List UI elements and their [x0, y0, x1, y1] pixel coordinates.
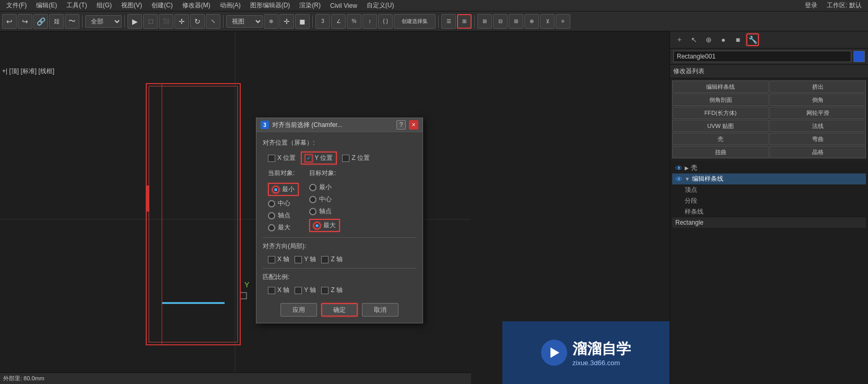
- menu-animation[interactable]: 动画(A): [216, 0, 245, 11]
- snap3d-btn[interactable]: 3: [315, 14, 330, 29]
- scale-x-checkbox[interactable]: X 轴: [268, 286, 289, 295]
- undo-btn[interactable]: ↩: [2, 14, 17, 29]
- menu-login[interactable]: 登录: [801, 0, 822, 11]
- select-btn[interactable]: ▶: [127, 14, 142, 29]
- stack-edit-spline[interactable]: 👁 ▼ 编辑样条线: [672, 173, 866, 184]
- rp-utilities-icon[interactable]: 🔧: [746, 33, 759, 46]
- cancel-btn[interactable]: 取消: [362, 303, 398, 317]
- menu-tools[interactable]: 工具(T): [62, 0, 91, 11]
- ref-coord-btn[interactable]: ⊕: [264, 14, 278, 29]
- create-sel-btn[interactable]: 创建选择集: [394, 14, 436, 29]
- dialog-close-btn[interactable]: ×: [409, 120, 418, 130]
- link-btn[interactable]: 🔗: [33, 14, 48, 29]
- y-pos-checkbox[interactable]: Y 位置: [301, 152, 337, 165]
- menu-group[interactable]: 组(G): [92, 0, 116, 11]
- mod-bevel[interactable]: 倒角: [769, 94, 866, 106]
- z-pos-checkbox[interactable]: Z 位置: [342, 154, 370, 162]
- spinner-snap-btn[interactable]: ↕: [362, 14, 377, 29]
- target-max-radio[interactable]: 最大: [309, 219, 340, 232]
- dialog-help-btn[interactable]: ?: [396, 120, 406, 130]
- current-max-radio[interactable]: 最大: [268, 223, 299, 232]
- align-dialog[interactable]: 3 对齐当前选择 (Chamfer... ? × 对齐位置（屏幕）:: [256, 118, 423, 323]
- menu-edit[interactable]: 编辑(E): [32, 0, 61, 11]
- ok-btn[interactable]: 确定: [321, 303, 358, 317]
- menu-file[interactable]: 文件(F): [2, 0, 31, 11]
- stack-vertex[interactable]: 顶点: [672, 184, 866, 195]
- snap-toggle[interactable]: ◼: [295, 14, 310, 29]
- percentsnap-btn[interactable]: %: [347, 14, 361, 29]
- obj-name-row: [670, 49, 868, 65]
- grid6-btn[interactable]: ≡: [556, 14, 570, 29]
- scale-btn[interactable]: ⤡: [206, 14, 220, 29]
- grid3-btn[interactable]: ⊞: [509, 14, 523, 29]
- grid4-btn[interactable]: ⊕: [524, 14, 539, 29]
- grid-btn[interactable]: ⊞: [477, 14, 492, 29]
- target-max-label: 最大: [323, 221, 336, 230]
- mod-normals[interactable]: 法线: [769, 120, 866, 132]
- dir-z-checkbox[interactable]: Z 轴: [321, 255, 343, 264]
- target-pivot-radio[interactable]: 轴点: [309, 207, 340, 216]
- rp-display-icon[interactable]: ■: [732, 33, 744, 46]
- bind-btn[interactable]: 〜: [65, 14, 79, 29]
- mod-bend[interactable]: 弯曲: [769, 133, 866, 145]
- rotate-btn[interactable]: ↻: [190, 14, 205, 29]
- stack-segment[interactable]: 分段: [672, 195, 866, 206]
- menu-graph-editor[interactable]: 图形编辑器(D): [246, 0, 295, 11]
- mod-extrude[interactable]: 挤出: [769, 80, 866, 93]
- menu-create[interactable]: 创建(C): [147, 0, 177, 11]
- stack-shell[interactable]: 👁 ▶ 壳: [672, 162, 866, 173]
- redo-btn[interactable]: ↪: [18, 14, 32, 29]
- mod-lattice[interactable]: 晶格: [769, 146, 866, 158]
- unlink-btn[interactable]: ⛓: [49, 14, 64, 29]
- mod-edit-spline[interactable]: 编辑样条线: [672, 80, 769, 93]
- pivot-btn[interactable]: ✛: [279, 14, 294, 29]
- anglesnap-btn[interactable]: ∠: [331, 14, 346, 29]
- scale-x-cb: [268, 287, 275, 294]
- scale-z-checkbox[interactable]: Z 轴: [321, 286, 343, 295]
- stack-spline[interactable]: 样条线: [672, 206, 866, 217]
- select-region-btn[interactable]: ⬚: [143, 14, 158, 29]
- menu-render[interactable]: 渲染(R): [295, 0, 325, 11]
- menu-custom[interactable]: 自定义(U): [362, 0, 398, 11]
- sep5: [438, 15, 439, 28]
- obj-name-input[interactable]: [673, 51, 851, 62]
- grid2-btn[interactable]: ⊟: [493, 14, 508, 29]
- viewport[interactable]: +| [顶] [标准] [线框] Y: [0, 31, 670, 384]
- target-min-radio[interactable]: 最小: [309, 183, 340, 192]
- layers-btn[interactable]: ☰: [441, 14, 456, 29]
- select-dropdown[interactable]: 全部: [85, 15, 122, 28]
- mod-bevel-profile[interactable]: 倒角剖面: [672, 94, 769, 106]
- current-min-radio[interactable]: 最小: [268, 183, 299, 196]
- grid5-btn[interactable]: ⊻: [540, 14, 555, 29]
- dir-y-checkbox[interactable]: Y 轴: [295, 255, 316, 264]
- current-pivot-radio[interactable]: 轴点: [268, 211, 299, 220]
- align-btn[interactable]: { }: [378, 14, 393, 29]
- layout-btn[interactable]: ⊞: [457, 14, 472, 29]
- target-center-radio[interactable]: 中心: [309, 195, 340, 204]
- mod-ffd[interactable]: FFD(长方体): [672, 107, 769, 119]
- rp-plus-icon[interactable]: ＋: [673, 33, 686, 46]
- menu-workspace[interactable]: 工作区: 默认: [823, 0, 866, 11]
- apply-btn[interactable]: 应用: [280, 303, 317, 317]
- rp-hierarchy-icon[interactable]: ⊕: [702, 33, 715, 46]
- rp-motion-icon[interactable]: ●: [717, 33, 730, 46]
- dir-z-label: Z 轴: [331, 255, 343, 264]
- rp-cursor-icon[interactable]: ↖: [688, 33, 700, 46]
- mod-uvw[interactable]: UVW 贴图: [672, 120, 769, 132]
- move-btn[interactable]: ✛: [174, 14, 189, 29]
- x-pos-checkbox[interactable]: X 位置: [268, 154, 296, 162]
- menu-view[interactable]: 视图(V): [117, 0, 146, 11]
- obj-color-swatch[interactable]: [853, 51, 865, 62]
- select-lasso-btn[interactable]: ⬛: [159, 14, 173, 29]
- menu-modifier[interactable]: 修改器(M): [178, 0, 215, 11]
- mod-shell[interactable]: 壳: [672, 133, 769, 145]
- target-obj-header: 目标对象:: [309, 169, 340, 178]
- menu-civil[interactable]: Civil View: [326, 1, 361, 10]
- current-max-label: 最大: [278, 223, 290, 232]
- mod-twist[interactable]: 扭曲: [672, 146, 769, 158]
- view-dropdown[interactable]: 视图: [226, 15, 263, 28]
- current-center-radio[interactable]: 中心: [268, 199, 299, 208]
- scale-y-checkbox[interactable]: Y 轴: [295, 286, 316, 295]
- dir-x-checkbox[interactable]: X 轴: [268, 255, 289, 264]
- mod-meshsmooth[interactable]: 网轮平滑: [769, 107, 866, 119]
